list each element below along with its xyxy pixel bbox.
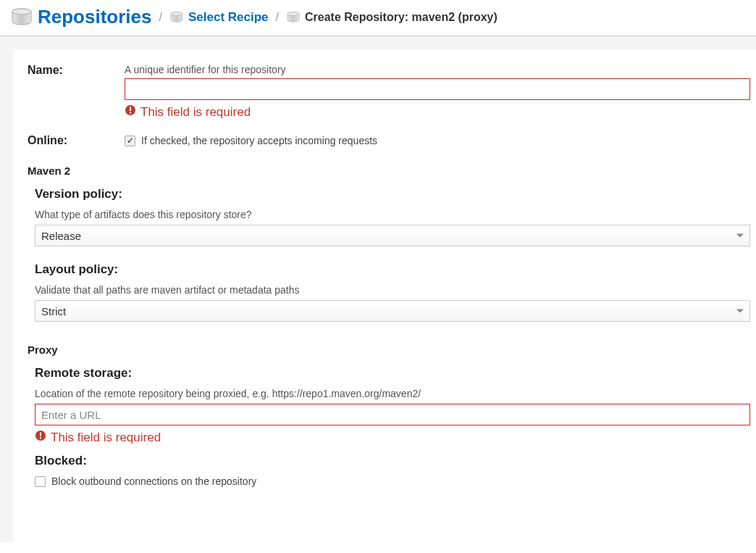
chevron-down-icon: [736, 234, 744, 238]
remote-storage-input[interactable]: [35, 404, 750, 425]
chevron-down-icon: [736, 309, 744, 313]
blocked-label: Blocked:: [35, 454, 750, 468]
remote-storage-label: Remote storage:: [35, 366, 750, 381]
name-input[interactable]: [125, 78, 750, 100]
section-title-proxy: Proxy: [28, 344, 750, 356]
layout-policy-label: Layout policy:: [35, 262, 750, 277]
breadcrumb-select-recipe[interactable]: Select Recipe: [169, 10, 269, 25]
version-policy-help: What type of artifacts does this reposit…: [35, 209, 750, 220]
breadcrumb-separator: /: [274, 11, 280, 24]
checkbox-icon: [35, 476, 46, 487]
online-checkbox[interactable]: If checked, the repository accepts incom…: [125, 135, 377, 146]
breadcrumb-current: Create Repository: maven2 (proxy): [286, 11, 497, 24]
online-checkbox-label: If checked, the repository accepts incom…: [141, 135, 377, 146]
layout-policy-help: Validate that all paths are maven artifa…: [35, 284, 750, 296]
field-name: Name: A unique identifier for this repos…: [28, 64, 750, 120]
repositories-icon: [10, 8, 33, 27]
breadcrumb-root-label: Repositories: [38, 6, 152, 28]
field-online: Online: If checked, the repository accep…: [28, 134, 750, 147]
repositories-icon: [169, 12, 184, 23]
blocked-checkbox[interactable]: Block outbound connections on the reposi…: [35, 475, 256, 487]
breadcrumb-separator: /: [158, 11, 164, 24]
remote-storage-error-text: This field is required: [51, 431, 161, 445]
error-icon: [35, 430, 46, 445]
breadcrumb-current-label: Create Repository: maven2 (proxy): [305, 11, 497, 24]
section-title-maven2: Maven 2: [28, 165, 750, 177]
online-label: Online:: [28, 134, 125, 147]
layout-policy-select[interactable]: Strict: [35, 300, 750, 322]
remote-storage-help: Location of the remote repository being …: [35, 388, 750, 399]
name-help-text: A unique identifier for this repository: [125, 64, 750, 75]
version-policy-select[interactable]: Release: [35, 225, 750, 246]
version-policy-value: Release: [41, 230, 81, 242]
checkbox-icon: [125, 136, 135, 146]
version-policy-label: Version policy:: [35, 187, 750, 201]
blocked-checkbox-label: Block outbound connections on the reposi…: [51, 475, 256, 487]
name-label: Name:: [28, 64, 125, 77]
repositories-icon: [286, 12, 301, 23]
breadcrumb-repositories[interactable]: Repositories: [10, 6, 152, 28]
breadcrumb-select-recipe-label: Select Recipe: [188, 10, 269, 25]
breadcrumb: Repositories / Select Recipe / Create Re…: [0, 0, 756, 36]
name-error-text: This field is required: [140, 105, 251, 120]
error-icon: [125, 104, 136, 120]
layout-policy-value: Strict: [41, 305, 66, 317]
